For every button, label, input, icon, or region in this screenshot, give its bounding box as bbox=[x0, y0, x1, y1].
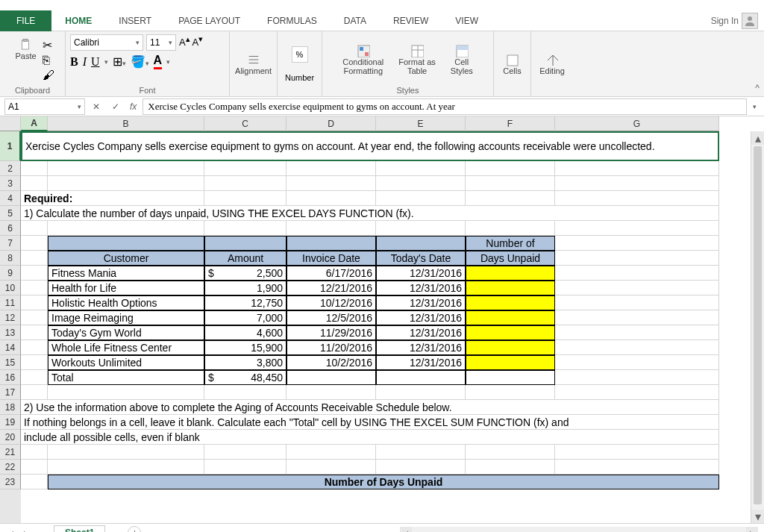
horizontal-scrollbar[interactable]: ◂ ▸ bbox=[400, 527, 758, 533]
cell-C15[interactable]: 3,800 bbox=[204, 355, 286, 370]
expand-formula-bar-icon[interactable]: ▾ bbox=[750, 103, 760, 110]
sheet-nav-more2-icon[interactable]: ... bbox=[110, 528, 123, 533]
cell-B6[interactable] bbox=[48, 221, 204, 236]
cell-C16[interactable]: $48,450 bbox=[204, 370, 286, 385]
cell-D7[interactable] bbox=[286, 236, 376, 251]
cell-D10[interactable]: 12/21/2016 bbox=[286, 281, 376, 295]
tab-data[interactable]: DATA bbox=[331, 10, 380, 31]
cell-E2[interactable] bbox=[376, 161, 466, 176]
row-header-10[interactable]: 10 bbox=[0, 281, 21, 295]
col-header-C[interactable]: C bbox=[204, 116, 286, 131]
cell-C13[interactable]: 4,600 bbox=[204, 325, 286, 340]
row-header-9[interactable]: 9 bbox=[0, 266, 21, 281]
cell-A10[interactable] bbox=[21, 281, 48, 295]
cell-F8[interactable]: Days Unpaid bbox=[466, 251, 555, 266]
cell-D6[interactable] bbox=[286, 221, 376, 236]
cell-E21[interactable] bbox=[376, 445, 466, 460]
row-header-18[interactable]: 18 bbox=[0, 400, 21, 415]
cell-B10[interactable]: Health for Life bbox=[48, 281, 204, 295]
format-as-table-button[interactable]: Format as Table bbox=[394, 43, 440, 77]
scroll-left-icon[interactable]: ◂ bbox=[400, 527, 412, 533]
sign-in-link[interactable]: Sign In bbox=[711, 16, 739, 26]
cell-F3[interactable] bbox=[466, 176, 555, 191]
cell-B12[interactable]: Image Reimaging bbox=[48, 310, 204, 325]
col-header-A[interactable]: A bbox=[21, 116, 48, 131]
cell-A21[interactable] bbox=[21, 445, 48, 460]
cell-E17[interactable] bbox=[376, 385, 466, 400]
cell-B16[interactable]: Total bbox=[48, 370, 204, 385]
cell-E16[interactable] bbox=[376, 370, 466, 385]
name-box[interactable]: A1▾ bbox=[4, 98, 85, 115]
row-header-5[interactable]: 5 bbox=[0, 206, 21, 221]
cell-G9[interactable] bbox=[555, 266, 719, 281]
cell-D16[interactable] bbox=[286, 370, 376, 385]
cell-F22[interactable] bbox=[466, 460, 555, 475]
row-header-8[interactable]: 8 bbox=[0, 251, 21, 266]
cell-B23[interactable]: Number of Days Unpaid bbox=[48, 475, 719, 489]
col-header-F[interactable]: F bbox=[466, 116, 555, 131]
cell-styles-button[interactable]: Cell Styles bbox=[446, 43, 478, 77]
add-sheet-button[interactable]: + bbox=[128, 526, 141, 533]
cell-D21[interactable] bbox=[286, 445, 376, 460]
cell-D12[interactable]: 12/5/2016 bbox=[286, 310, 376, 325]
cell-G15[interactable] bbox=[555, 355, 719, 370]
cell-C21[interactable] bbox=[204, 445, 286, 460]
cell-A20[interactable]: include all possible cells, even if blan… bbox=[21, 430, 719, 445]
cell-G7[interactable] bbox=[555, 236, 719, 251]
cell-A2[interactable] bbox=[21, 161, 48, 176]
cell-G16[interactable] bbox=[555, 370, 719, 385]
user-avatar-icon[interactable] bbox=[742, 13, 758, 29]
cell-D22[interactable] bbox=[286, 460, 376, 475]
scroll-up-icon[interactable]: ▴ bbox=[751, 131, 764, 145]
select-all-corner[interactable] bbox=[0, 116, 21, 131]
cell-C9[interactable]: $2,500 bbox=[204, 266, 286, 281]
scroll-thumb-vertical[interactable] bbox=[754, 146, 762, 504]
cell-E7[interactable] bbox=[376, 236, 466, 251]
cell-G8[interactable] bbox=[555, 251, 719, 266]
cell-E22[interactable] bbox=[376, 460, 466, 475]
cell-A1[interactable]: Xercise Cycles Company sells exercise eq… bbox=[21, 131, 719, 161]
bold-button[interactable]: B bbox=[70, 55, 78, 69]
row-header-15[interactable]: 15 bbox=[0, 355, 21, 370]
row-header-13[interactable]: 13 bbox=[0, 325, 21, 340]
cell-G12[interactable] bbox=[555, 310, 719, 325]
cell-D14[interactable]: 11/20/2016 bbox=[286, 340, 376, 355]
cell-A16[interactable] bbox=[21, 370, 48, 385]
cell-B2[interactable] bbox=[48, 161, 204, 176]
cell-A15[interactable] bbox=[21, 355, 48, 370]
cell-A3[interactable] bbox=[21, 176, 48, 191]
tab-insert[interactable]: INSERT bbox=[105, 10, 165, 31]
cell-G17[interactable] bbox=[555, 385, 719, 400]
cell-B11[interactable]: Holistic Health Options bbox=[48, 295, 204, 310]
cell-A23[interactable] bbox=[21, 475, 48, 489]
row-header-1[interactable]: 1 bbox=[0, 131, 21, 161]
row-header-23[interactable]: 23 bbox=[0, 475, 21, 489]
sheet-tab-sheet1[interactable]: Sheet1 bbox=[54, 525, 105, 532]
paste-button[interactable]: Paste bbox=[10, 37, 40, 82]
font-color-icon[interactable]: A bbox=[154, 54, 163, 69]
cell-F7[interactable]: Number of bbox=[466, 236, 555, 251]
cell-C11[interactable]: 12,750 bbox=[204, 295, 286, 310]
row-header-3[interactable]: 3 bbox=[0, 176, 21, 191]
scroll-down-icon[interactable]: ▾ bbox=[751, 510, 764, 523]
font-name-select[interactable]: Calibri▾ bbox=[70, 34, 143, 51]
cell-F17[interactable] bbox=[466, 385, 555, 400]
cancel-formula-icon[interactable]: ✕ bbox=[88, 98, 104, 115]
row-header-21[interactable]: 21 bbox=[0, 445, 21, 460]
cell-F16[interactable] bbox=[466, 370, 555, 385]
cell-C17[interactable] bbox=[204, 385, 286, 400]
enter-formula-icon[interactable]: ✓ bbox=[107, 98, 124, 115]
cell-G2[interactable] bbox=[555, 161, 719, 176]
cell-A8[interactable] bbox=[21, 251, 48, 266]
cell-C6[interactable] bbox=[204, 221, 286, 236]
cell-E14[interactable]: 12/31/2016 bbox=[376, 340, 466, 355]
cell-B8[interactable]: Customer bbox=[48, 251, 204, 266]
cell-E6[interactable] bbox=[376, 221, 466, 236]
row-header-19[interactable]: 19 bbox=[0, 415, 21, 430]
cell-E9[interactable]: 12/31/2016 bbox=[376, 266, 466, 281]
cell-B17[interactable] bbox=[48, 385, 204, 400]
cut-icon[interactable]: ✂ bbox=[43, 38, 54, 52]
row-header-4[interactable]: 4 bbox=[0, 191, 21, 206]
sheet-nav-next-icon[interactable]: ▸ bbox=[21, 528, 31, 533]
cell-G11[interactable] bbox=[555, 295, 719, 310]
